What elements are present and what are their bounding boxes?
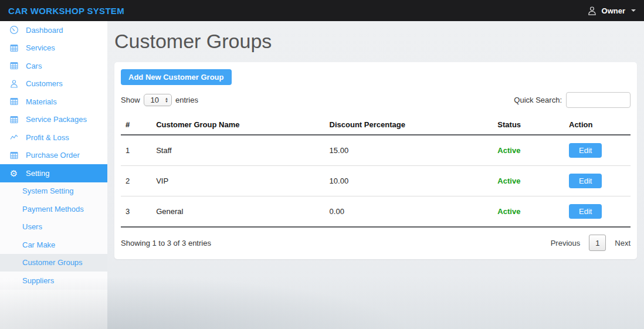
sidebar-subitem-payment-methods[interactable]: Payment Methods [0,200,107,218]
main-content: Customer Groups Add New Customer Group S… [107,21,644,329]
sidebar-subitem-label: Payment Methods [22,205,84,213]
table-icon [9,43,19,53]
table-row: 1 Staff 15.00 Active Edit [121,135,631,166]
show-label: Show [121,96,140,104]
entries-info: Showing 1 to 3 of 3 entries [121,239,211,247]
sidebar-item-service-packages[interactable]: Service Packages [0,111,107,129]
user-label: Owner [602,6,625,15]
line-chart-icon [9,133,19,143]
pagination: Previous 1 Next [551,235,631,251]
table-footer: Showing 1 to 3 of 3 entries Previous 1 N… [121,235,631,251]
chevron-down-icon [631,9,636,12]
sidebar-subitem-suppliers[interactable]: Suppliers [0,272,107,290]
row-num: 2 [121,166,151,196]
table-icon [9,114,19,124]
row-name: General [151,196,324,228]
row-num: 3 [121,196,151,228]
quick-search-control: Quick Search: [514,92,631,108]
status-badge: Active [497,177,520,185]
app-brand[interactable]: CAR WORKSHOP SYSTEM [8,6,124,16]
sidebar-item-setting[interactable]: ⚙ Setting [0,164,107,182]
sidebar-subitem-users[interactable]: Users [0,218,107,236]
edit-button[interactable]: Edit [569,143,602,158]
quick-search-input[interactable] [566,92,631,108]
page-size-select[interactable]: 10 ▲▼ [144,94,172,106]
customers-icon [9,79,19,89]
next-page-button[interactable]: Next [615,239,631,247]
sidebar-item-purchase-order[interactable]: Purchase Order [0,147,107,165]
sidebar-subitem-car-make[interactable]: Car Make [0,236,107,254]
sidebar: Dashboard Services [0,21,107,329]
customer-groups-table: # Customer Group Name Discount Percentag… [121,115,631,228]
table-row: 3 General 0.00 Active Edit [121,196,631,228]
sidebar-item-label: Setting [26,169,49,178]
sidebar-subitem-label: Suppliers [22,276,54,285]
table-icon [9,97,19,107]
sidebar-item-label: Dashboard [26,26,63,35]
edit-button[interactable]: Edit [569,174,602,188]
sidebar-item-services[interactable]: Services [0,39,107,57]
edit-button[interactable]: Edit [569,204,602,219]
sidebar-item-label: Profit & Loss [26,133,69,142]
table-header-row: # Customer Group Name Discount Percentag… [121,115,631,135]
quick-search-label: Quick Search: [514,96,562,104]
setting-submenu: System Setting Payment Methods Users Car… [0,182,107,290]
row-discount: 0.00 [325,196,493,228]
entries-label: entries [175,96,198,104]
sidebar-item-label: Services [26,43,55,52]
sidebar-item-label: Service Packages [26,115,87,124]
sidebar-subitem-customer-groups[interactable]: Customer Groups [0,254,107,272]
row-name: Staff [151,135,324,166]
sidebar-item-label: Materials [26,97,57,106]
sidebar-subitem-label: System Setting [22,186,73,195]
sidebar-item-materials[interactable]: Materials [0,93,107,111]
sidebar-item-label: Purchase Order [26,151,80,160]
table-controls: Show 10 ▲▼ entries Quick Search: [121,92,631,108]
dashboard-icon [9,25,19,35]
column-header-name: Customer Group Name [151,115,324,135]
sidebar-item-label: Cars [26,62,42,70]
customer-groups-card: Add New Customer Group Show 10 ▲▼ entrie… [114,62,637,259]
sidebar-subitem-label: Users [22,222,42,231]
sidebar-item-cars[interactable]: Cars [0,57,107,75]
status-badge: Active [497,207,520,216]
table-icon [9,150,19,160]
column-header-num: # [121,115,151,135]
topbar: CAR WORKSHOP SYSTEM Owner [0,0,644,21]
gear-icon: ⚙ [9,168,19,178]
current-page-button[interactable]: 1 [589,235,606,251]
page-size-value: 10 [151,96,159,104]
row-discount: 10.00 [325,166,493,196]
row-discount: 15.00 [325,135,493,166]
select-stepper-icon: ▲▼ [165,97,168,103]
show-entries-control: Show 10 ▲▼ entries [121,94,198,106]
user-icon [587,6,597,16]
sidebar-subitem-label: Car Make [22,240,55,249]
sidebar-item-dashboard[interactable]: Dashboard [0,21,107,39]
row-num: 1 [121,135,151,166]
row-name: VIP [151,166,324,196]
column-header-status: Status [493,115,564,135]
previous-page-button[interactable]: Previous [551,239,581,247]
column-header-action: Action [564,115,631,135]
sidebar-subitem-label: Customer Groups [22,258,83,267]
sidebar-subitem-system-setting[interactable]: System Setting [0,182,107,201]
table-icon [9,61,19,71]
add-customer-group-button[interactable]: Add New Customer Group [121,69,232,85]
sidebar-item-label: Customers [26,79,63,88]
status-badge: Active [497,146,520,155]
page-title: Customer Groups [114,29,637,53]
column-header-discount: Discount Percentage [325,115,493,135]
table-row: 2 VIP 10.00 Active Edit [121,166,631,196]
sidebar-item-profit-loss[interactable]: Profit & Loss [0,128,107,147]
user-menu[interactable]: Owner [587,6,636,16]
sidebar-item-customers[interactable]: Customers [0,75,107,93]
